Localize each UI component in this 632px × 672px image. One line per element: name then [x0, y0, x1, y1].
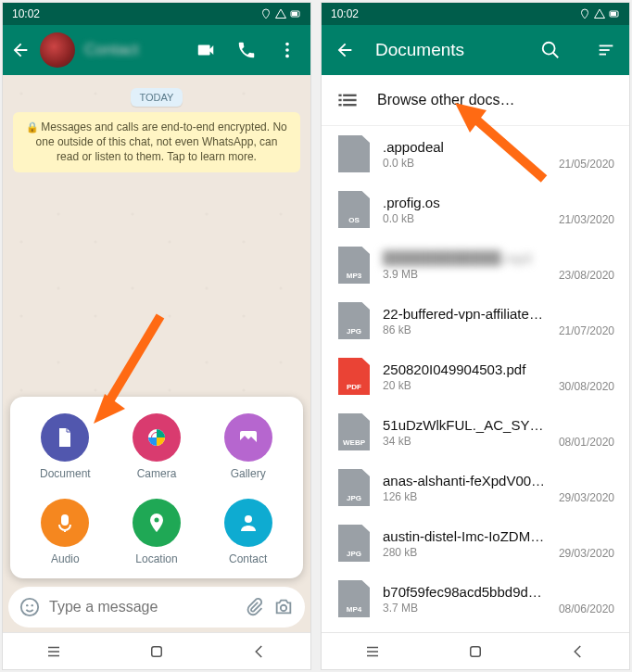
- document-item[interactable]: JPGanas-alshanti-feXpdV001o4-unsplash.j……: [322, 460, 629, 515]
- file-info: ████████████.mp33.9 MB: [383, 250, 546, 281]
- attach-label: Gallery: [231, 467, 266, 480]
- audio-icon: [41, 499, 89, 547]
- message-input[interactable]: [49, 599, 234, 615]
- file-info: 250820I049904503.pdf20 kB: [383, 361, 546, 392]
- sort-icon[interactable]: [596, 40, 616, 60]
- file-date: 21/03/2020: [559, 213, 614, 228]
- file-type-icon: WEBP: [338, 413, 370, 450]
- attach-gallery[interactable]: Gallery: [202, 413, 294, 480]
- document-item[interactable]: .appodeal0.0 kB21/05/2020: [322, 126, 629, 182]
- lock-icon: 🔒: [26, 121, 39, 133]
- file-date: 29/03/2020: [559, 491, 614, 506]
- chat-contact-name[interactable]: Contact: [84, 41, 186, 59]
- file-type-icon: MP4: [338, 580, 370, 617]
- file-info: .profig.os0.0 kB: [383, 195, 546, 225]
- document-item[interactable]: WEBP51uDzWlkFUL._AC_SY700_ML1_FMwe…34 kB…: [322, 404, 629, 460]
- file-type-icon: PDF: [338, 358, 370, 395]
- message-input-pill: [8, 587, 305, 628]
- file-size: 0.0 kB: [383, 212, 546, 225]
- file-type-icon: MP3: [338, 247, 370, 284]
- document-item[interactable]: JPG22-buffered-vpn-affiliate.jpg86 kB21/…: [322, 293, 629, 349]
- svg-point-2: [285, 43, 289, 46]
- back-icon[interactable]: [10, 40, 31, 60]
- file-size: 0.0 kB: [383, 157, 546, 170]
- home-nav-icon[interactable]: [148, 643, 165, 660]
- attach-document[interactable]: Document: [19, 413, 111, 480]
- home-nav-icon[interactable]: [467, 643, 484, 660]
- svg-point-10: [154, 518, 158, 523]
- file-name: austin-distel-Imc-IoZDMXc-unsplash.jpg: [383, 528, 546, 544]
- file-type-icon: JPG: [338, 525, 370, 562]
- file-info: austin-distel-Imc-IoZDMXc-unsplash.jpg28…: [383, 528, 546, 559]
- back-icon[interactable]: [335, 40, 355, 60]
- file-date: 21/07/2020: [559, 324, 614, 339]
- svg-rect-27: [338, 95, 341, 96]
- android-nav-bar: [3, 632, 310, 669]
- document-list[interactable]: .appodeal0.0 kB21/05/2020OS.profig.os0.0…: [322, 126, 629, 632]
- phone-chat-screen: 10:02 Contact TODAY 🔒Messages and calls …: [2, 2, 311, 670]
- svg-point-4: [285, 55, 289, 58]
- page-title: Documents: [375, 40, 520, 60]
- recents-nav-icon[interactable]: [45, 643, 62, 660]
- document-icon: [41, 413, 89, 462]
- file-size: 20 kB: [383, 379, 546, 392]
- attach-contact[interactable]: Contact: [202, 499, 294, 565]
- file-size: 3.7 MB: [383, 602, 546, 615]
- more-icon[interactable]: [277, 40, 297, 60]
- file-size: 3.9 MB: [383, 268, 546, 281]
- attach-label: Audio: [51, 552, 80, 565]
- video-call-icon[interactable]: [196, 40, 216, 60]
- mic-button[interactable]: [310, 587, 311, 628]
- attach-location[interactable]: Location: [111, 499, 203, 565]
- chat-body: TODAY 🔒Messages and calls are end-to-end…: [3, 75, 310, 582]
- svg-point-3: [285, 48, 289, 52]
- attach-camera[interactable]: Camera: [111, 413, 203, 480]
- svg-rect-29: [338, 99, 341, 101]
- document-item[interactable]: MP3████████████.mp33.9 MB23/08/2020: [322, 237, 629, 293]
- emoji-icon[interactable]: [19, 597, 40, 617]
- file-name: 22-buffered-vpn-affiliate.jpg: [383, 306, 546, 322]
- attachment-panel: DocumentCameraGalleryAudioLocationContac…: [10, 397, 303, 578]
- camera-icon[interactable]: [273, 597, 294, 617]
- document-item[interactable]: MP4b70f59fec98acd5bbd9d8549f8720de…3.7 M…: [322, 571, 629, 627]
- back-nav-icon[interactable]: [570, 643, 587, 660]
- search-icon[interactable]: [540, 40, 561, 60]
- chat-header: Contact: [3, 25, 310, 75]
- file-date: 29/03/2020: [559, 547, 614, 562]
- document-item[interactable]: PDF250820I049904503.pdf20 kB30/08/2020: [322, 349, 629, 404]
- file-name: ████████████.mp3: [383, 250, 546, 266]
- svg-point-13: [26, 604, 28, 606]
- contact-icon: [224, 499, 272, 547]
- phone-documents-screen: 10:02 Documents Browse other docs… .appo…: [321, 2, 630, 670]
- document-item[interactable]: OS.profig.os0.0 kB21/03/2020: [322, 182, 629, 237]
- status-icons: [260, 8, 301, 19]
- file-size: 126 kB: [383, 490, 546, 503]
- status-bar: 10:02: [3, 3, 310, 25]
- svg-rect-36: [471, 646, 481, 656]
- status-time: 10:02: [331, 7, 359, 20]
- file-type-icon: OS: [338, 191, 370, 228]
- svg-point-11: [245, 515, 252, 523]
- svg-point-22: [543, 43, 555, 55]
- encryption-notice[interactable]: 🔒Messages and calls are end-to-end encry…: [13, 112, 300, 172]
- file-info: anas-alshanti-feXpdV001o4-unsplash.j…126…: [383, 473, 546, 503]
- svg-rect-1: [292, 12, 297, 16]
- file-date: 30/08/2020: [559, 380, 614, 395]
- file-date: 21/05/2020: [559, 158, 614, 172]
- attach-icon[interactable]: [244, 597, 264, 617]
- browse-other-docs[interactable]: Browse other docs…: [322, 75, 629, 126]
- back-nav-icon[interactable]: [251, 643, 268, 660]
- avatar[interactable]: [40, 32, 75, 68]
- svg-line-5: [105, 316, 160, 409]
- file-name: b70f59fec98acd5bbd9d8549f8720de…: [383, 584, 546, 600]
- day-label: TODAY: [131, 88, 183, 107]
- file-size: 86 kB: [383, 323, 546, 336]
- attach-audio[interactable]: Audio: [19, 499, 111, 565]
- recents-nav-icon[interactable]: [364, 643, 381, 660]
- voice-call-icon[interactable]: [236, 40, 257, 60]
- file-name: 250820I049904503.pdf: [383, 361, 546, 377]
- document-item[interactable]: JPGaustin-distel-Imc-IoZDMXc-unsplash.jp…: [322, 515, 629, 571]
- file-size: 34 kB: [383, 435, 546, 448]
- file-date: 08/01/2020: [559, 436, 614, 450]
- file-name: .appodeal: [383, 139, 546, 155]
